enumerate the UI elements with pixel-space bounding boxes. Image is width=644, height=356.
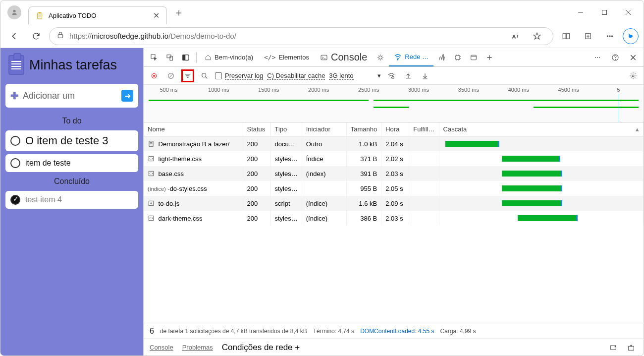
drawer-tab-netcond[interactable]: Condições de rede +: [222, 343, 300, 353]
browser-tab[interactable]: Aplicativo TODO ✕: [28, 6, 167, 24]
window-minimize-button[interactable]: [569, 4, 592, 20]
network-request-table[interactable]: Nome Status Tipo Iniciador Tamanho Hora …: [144, 122, 644, 323]
bing-chat-button[interactable]: [623, 28, 639, 44]
plus-icon: ✚: [10, 90, 19, 102]
drawer-expand-icon[interactable]: [607, 341, 620, 354]
preserve-log-checkbox[interactable]: Preservar log: [215, 72, 263, 80]
col-initiator[interactable]: Iniciador: [302, 122, 346, 136]
devtools-tabbar: Bem-vindo(a) </> Elementos Console Rede …: [144, 48, 644, 67]
add-task-placeholder: Adicionar um: [23, 91, 117, 101]
svg-text:A: A: [513, 34, 516, 39]
performance-icon[interactable]: [434, 50, 449, 65]
network-settings-icon[interactable]: [627, 69, 640, 82]
memory-icon[interactable]: [450, 50, 465, 65]
drawer-close-icon[interactable]: [625, 341, 638, 354]
drawer-tab-console[interactable]: Console: [150, 344, 173, 351]
svg-point-40: [153, 75, 155, 77]
devtools-close-icon[interactable]: [626, 50, 641, 65]
upload-har-icon[interactable]: [402, 69, 415, 82]
task-resource-task-checkbox[interactable]: [10, 158, 20, 168]
task-item-done[interactable]: test item 4: [5, 191, 138, 209]
download-har-icon[interactable]: [419, 69, 431, 82]
col-type[interactable]: Tipo: [270, 122, 302, 136]
more-tabs-button[interactable]: [482, 50, 497, 65]
network-request-row[interactable]: to-do.js200script(índice)1.6 kB2.09 s: [144, 196, 644, 211]
cell-name: dark-theme.css: [144, 211, 243, 226]
url-text: https://microsoftedge.github.io/Demos/de…: [69, 32, 236, 40]
more-button[interactable]: [601, 27, 619, 45]
network-request-row[interactable]: light-theme.css200styles…Índice371 B2.02…: [144, 151, 644, 166]
collections-button[interactable]: [579, 27, 597, 45]
col-fulfill[interactable]: Fulfill…: [409, 122, 439, 136]
svg-point-18: [611, 35, 612, 36]
timeline-tick: 2500 ms: [344, 87, 394, 96]
network-request-row[interactable]: base.css200styles…(index)391 B2.03 s: [144, 166, 644, 181]
cell-time: 2.05 s: [381, 181, 409, 196]
search-button[interactable]: [198, 69, 211, 82]
col-time[interactable]: Hora: [381, 122, 409, 136]
tab-console[interactable]: Console: [315, 48, 372, 66]
throttle-caret-icon[interactable]: ▾: [377, 72, 381, 79]
svg-point-16: [607, 35, 608, 36]
col-name[interactable]: Nome: [144, 122, 243, 136]
col-waterfall[interactable]: Cascata ▴: [439, 122, 643, 136]
task-resource-task-checkbox[interactable]: [10, 136, 20, 146]
network-timeline[interactable]: 500 ms1000 ms1500 ms2000 ms2500 ms3000 m…: [144, 85, 644, 122]
inspect-element-button[interactable]: [147, 50, 161, 65]
filter-button-highlighted[interactable]: [181, 69, 194, 82]
clear-button[interactable]: [164, 69, 177, 82]
window-maximize-button[interactable]: [593, 4, 616, 20]
task-item[interactable]: O item de teste 3: [5, 130, 138, 151]
timeline-tick: 1000 ms: [194, 87, 244, 96]
clipboard-icon: [8, 55, 24, 75]
tab-network[interactable]: Rede …: [389, 48, 433, 66]
cell-initiator: (index): [302, 166, 346, 181]
network-request-row[interactable]: dark-theme.css200styles…(índice)386 B2.0…: [144, 211, 644, 226]
request-count: 6: [150, 327, 154, 336]
tab-elements[interactable]: </> Elementos: [259, 48, 314, 66]
split-screen-button[interactable]: [557, 27, 575, 45]
task-checkbox-done[interactable]: [10, 195, 20, 205]
timeline-tick: 3500 ms: [443, 87, 493, 96]
favorite-button[interactable]: [528, 27, 546, 45]
devtools-help-icon[interactable]: [608, 50, 623, 65]
back-button[interactable]: [5, 27, 23, 45]
svg-point-33: [597, 57, 598, 58]
window-close-button[interactable]: [617, 4, 640, 20]
throttle-dropdown[interactable]: 3G lento: [329, 72, 353, 80]
refresh-button[interactable]: [27, 27, 45, 45]
network-conditions-icon[interactable]: [385, 69, 398, 82]
task-item[interactable]: item de teste: [5, 154, 138, 172]
col-status[interactable]: Status: [243, 122, 270, 136]
site-lock-icon[interactable]: [56, 31, 64, 41]
svg-point-48: [391, 77, 391, 78]
cell-fulfill: [409, 181, 439, 196]
cell-name: to-do.js: [144, 196, 243, 211]
timeline-tick: 4000 ms: [493, 87, 543, 96]
disable-cache-label[interactable]: C) Desabilitar cache: [267, 72, 325, 80]
c-status: 200: [243, 211, 270, 226]
sources-icon[interactable]: [373, 50, 388, 65]
col-size[interactable]: Tamanho: [346, 122, 381, 136]
new-tab-button[interactable]: ＋: [174, 6, 184, 19]
network-request-row[interactable]: Demonstração B a fazer/200docu…Outro1.0 …: [144, 136, 644, 152]
profile-avatar[interactable]: [7, 5, 21, 19]
cell-fulfill: [409, 136, 439, 152]
devtools-more-icon[interactable]: [590, 50, 605, 65]
tab-close-icon[interactable]: ✕: [153, 11, 160, 20]
dock-side-button[interactable]: [178, 50, 193, 65]
tab-welcome[interactable]: Bem-vindo(a): [200, 48, 258, 66]
svg-rect-24: [321, 55, 327, 59]
record-button[interactable]: [148, 69, 161, 82]
submit-task-button[interactable]: ➜: [121, 90, 133, 102]
cell-waterfall: [439, 166, 643, 181]
read-aloud-button[interactable]: A: [507, 27, 525, 45]
application-icon[interactable]: [466, 50, 481, 65]
add-task-input[interactable]: ✚ Adicionar um ➜: [5, 84, 138, 108]
svg-point-36: [615, 59, 615, 59]
drawer-tab-problems[interactable]: Problemas: [182, 344, 213, 351]
cell-initiator: Índice: [302, 151, 346, 166]
network-request-row[interactable]: (índice) -do-styles.css200styles…955 B2.…: [144, 181, 644, 196]
device-emulation-button[interactable]: [162, 50, 177, 65]
address-bar[interactable]: https://microsoftedge.github.io/Demos/de…: [49, 27, 553, 45]
